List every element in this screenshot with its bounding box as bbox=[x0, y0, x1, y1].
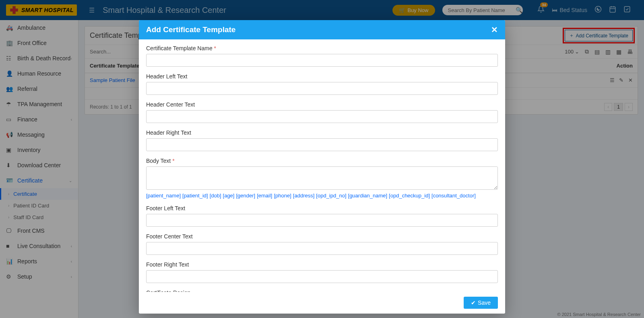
check-circle-icon: ✔ bbox=[471, 300, 476, 306]
label-body-text: Body Text * bbox=[146, 158, 498, 164]
footer-right-input[interactable] bbox=[146, 270, 498, 283]
token[interactable]: [email] bbox=[257, 193, 272, 199]
token[interactable]: [opd_ipd_no] bbox=[316, 193, 346, 199]
label-header-left: Header Left Text bbox=[146, 73, 498, 80]
token[interactable]: [dob] bbox=[210, 193, 221, 199]
modal-header: Add Certificate Template ✕ bbox=[139, 20, 505, 39]
header-right-input[interactable] bbox=[146, 138, 498, 151]
add-certificate-modal: Add Certificate Template ✕ Certificate T… bbox=[139, 20, 505, 314]
label-header-center: Header Center Text bbox=[146, 101, 498, 108]
label-footer-right: Footer Right Text bbox=[146, 261, 498, 268]
label-footer-left: Footer Left Text bbox=[146, 205, 498, 211]
label-header-right: Header Right Text bbox=[146, 129, 498, 136]
token[interactable]: [opd_checkup_id] bbox=[389, 193, 430, 199]
save-button[interactable]: ✔ Save bbox=[464, 297, 498, 309]
token[interactable]: [guardian_name] bbox=[348, 193, 388, 199]
body-text-input[interactable] bbox=[146, 166, 498, 190]
footer-center-input[interactable] bbox=[146, 242, 498, 255]
token[interactable]: [consultant_doctor] bbox=[431, 193, 476, 199]
token[interactable]: [age] bbox=[223, 193, 235, 199]
header-center-input[interactable] bbox=[146, 110, 498, 123]
modal-body: Certificate Template Name * Header Left … bbox=[139, 39, 505, 292]
token[interactable]: [gender] bbox=[236, 193, 255, 199]
footer-left-input[interactable] bbox=[146, 214, 498, 227]
token[interactable]: [patient_name] bbox=[146, 193, 181, 199]
modal-title: Add Certificate Template bbox=[146, 25, 235, 34]
template-name-input[interactable] bbox=[146, 54, 498, 67]
token[interactable]: [address] bbox=[293, 193, 314, 199]
label-footer-center: Footer Center Text bbox=[146, 233, 498, 240]
label-template-name: Certificate Template Name * bbox=[146, 45, 498, 51]
modal-footer: ✔ Save bbox=[139, 292, 505, 314]
header-left-input[interactable] bbox=[146, 82, 498, 95]
token[interactable]: [patient_id] bbox=[182, 193, 208, 199]
token[interactable]: [phone] bbox=[274, 193, 291, 199]
close-icon[interactable]: ✕ bbox=[491, 25, 498, 35]
body-tokens: [patient_name] [patient_id] [dob] [age] … bbox=[146, 193, 498, 199]
